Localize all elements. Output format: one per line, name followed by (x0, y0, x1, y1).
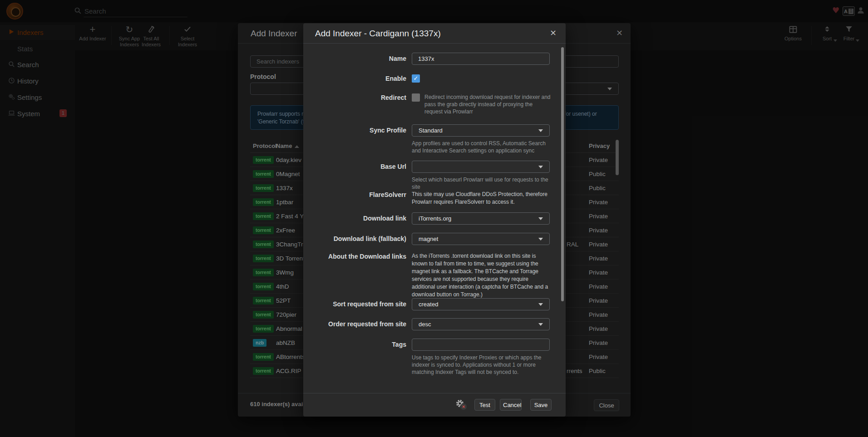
advanced-disabled-badge: × (460, 403, 467, 410)
field-help: Use tags to specify Indexer Proxies or w… (412, 354, 550, 376)
download-link-select[interactable]: iTorrents.org (412, 212, 550, 225)
modal-footer: × Test Cancel Save (303, 393, 566, 417)
field-help: Redirect incoming download request for i… (424, 93, 551, 115)
chevron-down-icon (538, 238, 543, 241)
field-label: Download link (fallback) (311, 235, 406, 243)
scrollbar[interactable] (561, 47, 564, 390)
modal-backdrop[interactable]: Add Indexer - Cardigann (1337x) × Name E… (0, 0, 868, 437)
test-button[interactable]: Test (474, 399, 495, 411)
sync-profile-select[interactable]: Standard (412, 124, 550, 137)
scrollbar-thumb[interactable] (561, 47, 564, 301)
field-text: This site may use Cloudflare DDoS Protec… (412, 191, 552, 206)
chevron-down-icon (538, 129, 543, 132)
field-help: App profiles are used to control RSS, Au… (412, 140, 550, 154)
field-label: Download link (311, 214, 406, 222)
close-icon[interactable]: × (550, 28, 557, 37)
prowlarr-app: ♥ A Ξ Indexers Stats Searc (0, 0, 868, 437)
redirect-checkbox[interactable] (412, 93, 420, 102)
field-label: Order requested from site (311, 320, 406, 328)
field-label: Base Url (311, 162, 406, 171)
chevron-down-icon (538, 303, 543, 306)
chevron-down-icon (538, 323, 543, 326)
tags-input[interactable] (412, 339, 550, 351)
field-label: Sort requested from site (311, 300, 406, 308)
edit-indexer-modal: Add Indexer - Cardigann (1337x) × Name E… (303, 23, 566, 417)
base-url-select[interactable] (412, 161, 550, 173)
save-button[interactable]: Save (530, 399, 552, 411)
cancel-button[interactable]: Cancel (500, 399, 522, 411)
field-label: Sync Profile (311, 126, 406, 134)
field-help: Select which baseurl Prowlarr will use f… (412, 176, 550, 191)
download-link-fallback-select[interactable]: magnet (412, 233, 550, 245)
field-label: FlareSolverr (311, 191, 406, 199)
name-input[interactable] (412, 53, 550, 65)
advanced-settings-gear-icon[interactable]: × (455, 398, 467, 410)
chevron-down-icon (538, 166, 543, 168)
modal-header: Add Indexer - Cardigann (1337x) × (303, 23, 566, 44)
field-text: As the iTorrents .torrent download link … (412, 252, 552, 299)
field-label: Enable (311, 74, 406, 83)
sort-requested-select[interactable]: created (412, 298, 550, 310)
field-label: Redirect (311, 93, 406, 102)
field-label: About the Download links (311, 252, 406, 260)
modal-title: Add Indexer - Cardigann (1337x) (315, 29, 441, 39)
field-label: Tags (311, 340, 406, 349)
chevron-down-icon (538, 217, 543, 220)
enable-checkbox[interactable]: ✓ (412, 74, 420, 83)
field-label: Name (311, 54, 406, 63)
order-requested-select[interactable]: desc (412, 318, 550, 330)
